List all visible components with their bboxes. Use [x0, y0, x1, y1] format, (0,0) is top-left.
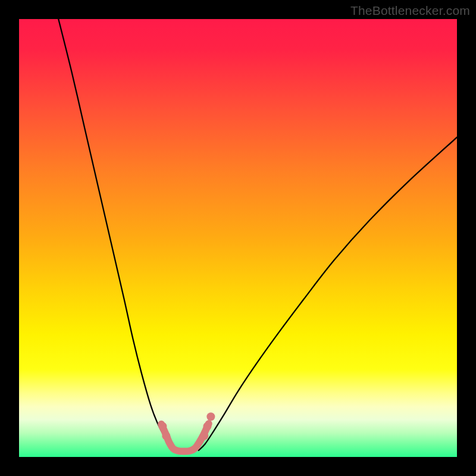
trough-dot	[158, 422, 167, 430]
right-curve	[199, 137, 457, 450]
trough-dot	[200, 432, 208, 440]
watermark-label: TheBottlenecker.com	[350, 4, 470, 18]
chart-frame: TheBottlenecker.com	[0, 0, 476, 476]
left-curve	[58, 19, 174, 450]
trough-dot	[162, 432, 170, 440]
trough-dot	[203, 422, 211, 430]
curves-layer	[19, 19, 457, 457]
plot-area	[19, 19, 457, 457]
trough-dot	[206, 412, 215, 421]
